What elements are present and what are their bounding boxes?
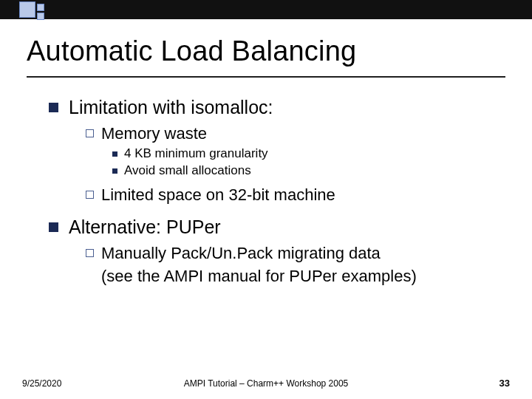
bullet-text: Memory waste [101, 124, 207, 143]
small-filled-square-icon [112, 151, 117, 157]
bullet-level-1: Limitation with isomalloc: [49, 97, 498, 118]
content-area: Limitation with isomalloc: Memory waste … [0, 78, 532, 287]
bullet-text: Avoid small allocations [124, 163, 251, 178]
footer-center-text: AMPI Tutorial – Charm++ Workshop 2005 [0, 378, 532, 389]
bullet-text: Alternative: PUPer [69, 216, 221, 238]
bullet-continuation: (see the AMPI manual for PUPer examples) [101, 266, 498, 287]
bullet-text: Manually Pack/Un.Pack migrating data [101, 244, 381, 263]
hollow-square-icon [86, 249, 94, 257]
bullet-level-1: Alternative: PUPer [49, 216, 498, 238]
square-icon [37, 13, 44, 20]
filled-square-icon [49, 222, 58, 232]
bullet-text: Limitation with isomalloc: [69, 97, 273, 118]
bullet-text: Limited space on 32-bit machine [101, 185, 335, 205]
bullet-level-2: Manually Pack/Un.Pack migrating data [86, 244, 498, 263]
sub-bullet-group: Manually Pack/Un.Pack migrating data (se… [86, 244, 498, 287]
decorative-squares [19, 0, 44, 21]
slide: Automatic Load Balancing Limitation with… [0, 0, 532, 399]
bullet-level-3: 4 KB minimum granularity [112, 146, 498, 161]
hollow-square-icon [86, 129, 94, 137]
filled-square-icon [49, 103, 58, 112]
bullet-level-2: Limited space on 32-bit machine [86, 185, 498, 205]
hollow-square-icon [86, 191, 94, 199]
sub-sub-bullet-group: 4 KB minimum granularity Avoid small all… [112, 146, 498, 178]
square-icon [19, 1, 35, 18]
sub-bullet-group: Memory waste 4 KB minimum granularity Av… [86, 124, 498, 205]
small-filled-square-icon [112, 168, 117, 174]
footer: 9/25/2020 AMPI Tutorial – Charm++ Worksh… [0, 378, 532, 389]
bullet-level-2: Memory waste [86, 124, 498, 143]
title-area: Automatic Load Balancing [0, 19, 532, 72]
bullet-level-3: Avoid small allocations [112, 163, 498, 178]
square-icon [37, 4, 44, 11]
bullet-text: 4 KB minimum granularity [124, 146, 268, 161]
slide-title: Automatic Load Balancing [27, 35, 505, 67]
top-bar [0, 0, 532, 19]
